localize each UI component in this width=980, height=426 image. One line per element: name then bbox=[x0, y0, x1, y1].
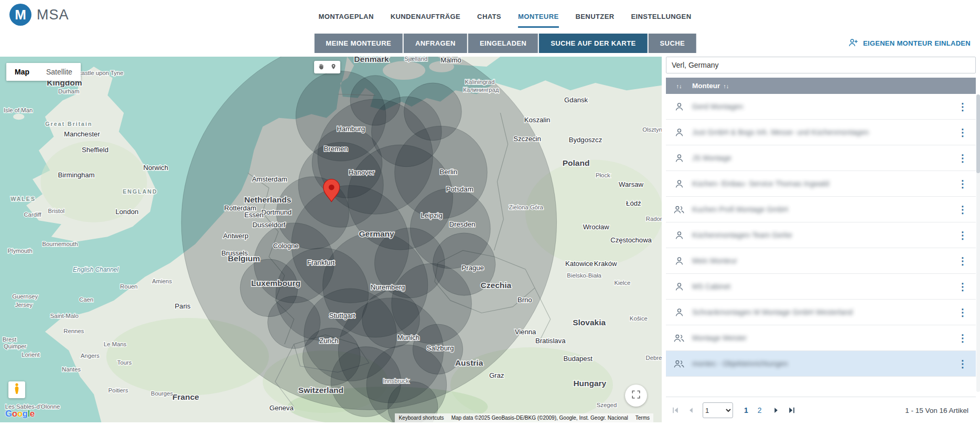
map-label-plymouth: Plymouth bbox=[8, 248, 33, 254]
monteur-row[interactable]: JS Montage⋮ bbox=[666, 145, 976, 171]
tab-anfragen[interactable]: ANFRAGEN bbox=[404, 34, 467, 53]
map-label-zielona-g-ra: Zielona Góra bbox=[509, 204, 543, 210]
map-label-wales: WALES bbox=[10, 196, 36, 202]
monteur-name: Schrankmontagen M Montage GmbH Westerlan… bbox=[692, 308, 950, 316]
map-label-szeged: Szeged bbox=[597, 402, 617, 408]
terms-link[interactable]: Terms bbox=[632, 413, 653, 422]
map-label-amsterdam: Amsterdam bbox=[252, 175, 287, 183]
row-menu-button[interactable]: ⋮ bbox=[950, 256, 976, 266]
nav-item-kundenauftr-ge[interactable]: KUNDENAUFTRÄGE bbox=[391, 2, 460, 28]
nav-item-benutzer[interactable]: BENUTZER bbox=[576, 2, 615, 28]
pin-icon bbox=[330, 63, 337, 72]
row-menu-button[interactable]: ⋮ bbox=[950, 282, 976, 292]
monteur-row[interactable]: Just GmbH & Bogs Inh. Messe- und Küchenm… bbox=[666, 120, 976, 145]
person-icon bbox=[666, 179, 692, 189]
pegman-control[interactable] bbox=[8, 381, 25, 398]
monteur-column-label: Monteur bbox=[692, 82, 720, 90]
list-scrollbar[interactable] bbox=[976, 94, 980, 392]
monteur-row[interactable]: MS Cabinet⋮ bbox=[666, 274, 976, 300]
map[interactable]: DenmarkKingdomNetherlandsBelgiumGermanyL… bbox=[0, 57, 662, 422]
row-menu-button[interactable]: ⋮ bbox=[950, 333, 976, 343]
hand-icon bbox=[317, 63, 325, 72]
person-icon bbox=[666, 153, 692, 163]
row-menu-button[interactable]: ⋮ bbox=[950, 102, 976, 112]
first-page-button[interactable] bbox=[669, 404, 681, 416]
location-search-input[interactable] bbox=[666, 57, 976, 73]
map-view-button[interactable]: Map bbox=[6, 63, 38, 81]
map-label-dresden: Dresden bbox=[449, 220, 476, 228]
monteur-column-header[interactable]: Monteur↑↓ bbox=[692, 82, 950, 90]
tab-bar: MEINE MONTEUREANFRAGENEINGELADENSUCHE AU… bbox=[0, 29, 980, 57]
fullscreen-button[interactable] bbox=[625, 385, 647, 407]
page-select[interactable]: 1 bbox=[703, 402, 733, 418]
monteur-row[interactable]: Kuchen Profi Montage GmbH⋮ bbox=[666, 197, 976, 222]
map-label-graz: Graz bbox=[489, 371, 504, 379]
monteur-row[interactable]: Küchenmontagen-Team Gerke⋮ bbox=[666, 222, 976, 248]
map-label-austria: Austria bbox=[455, 358, 483, 367]
next-page-button[interactable] bbox=[771, 404, 782, 416]
pan-tool-button[interactable] bbox=[315, 62, 327, 72]
prev-page-button[interactable] bbox=[685, 404, 696, 416]
row-menu-button[interactable]: ⋮ bbox=[950, 127, 976, 137]
monteur-name: Mein Monteur bbox=[692, 257, 950, 265]
person-icon bbox=[666, 307, 692, 317]
satellite-view-button[interactable]: Satellite bbox=[38, 63, 81, 81]
map-label-olsztyn: Olsztyn bbox=[642, 126, 662, 133]
map-label-wroc-aw: Wrocław bbox=[583, 223, 610, 231]
map-label-cz-stochowa: Częstochowa bbox=[610, 236, 652, 244]
page-2-button[interactable]: 2 bbox=[753, 404, 767, 417]
monteur-name: Kuchen Profi Montage GmbH bbox=[692, 205, 950, 214]
last-page-button[interactable] bbox=[786, 404, 798, 416]
pagination: 1 12 1 - 15 Von 16 Artikel bbox=[666, 397, 976, 422]
marker-tool-button[interactable] bbox=[328, 62, 339, 72]
map-label-czechia: Czechia bbox=[481, 281, 512, 290]
map-label-geneva: Geneva bbox=[270, 404, 294, 412]
map-label-bydgoszcz: Bydgoszcz bbox=[569, 136, 602, 144]
tab-suche[interactable]: SUCHE bbox=[649, 34, 697, 53]
tab-meine-monteure[interactable]: MEINE MONTEURE bbox=[314, 34, 403, 53]
monteur-row[interactable]: Schrankmontagen M Montage GmbH Westerlan… bbox=[666, 300, 976, 325]
row-menu-button[interactable]: ⋮ bbox=[950, 205, 976, 215]
nav-item-einstellungen[interactable]: EINSTELLUNGEN bbox=[631, 2, 691, 28]
nav-item-montageplan[interactable]: MONTAGEPLAN bbox=[318, 2, 373, 28]
invite-monteur-link[interactable]: EIGENEN MONTEUR EINLADEN bbox=[848, 38, 971, 48]
monteur-name: Montage Meister bbox=[692, 334, 950, 342]
map-label-england: ENGLAND bbox=[123, 188, 157, 195]
map-label-bournemouth: Bournemouth bbox=[42, 241, 78, 247]
nav-item-monteure[interactable]: MONTEURE bbox=[518, 2, 559, 28]
brand-name: MSA bbox=[37, 7, 69, 23]
keyboard-shortcuts-link[interactable]: Keyboard shortcuts bbox=[395, 413, 447, 422]
row-menu-button[interactable]: ⋮ bbox=[950, 230, 976, 240]
map-label-dortmund: Dortmund bbox=[261, 208, 292, 216]
monteur-row[interactable]: montec - Objekteinrichtungen⋮ bbox=[666, 351, 976, 377]
map-label-le-mans: Le Mans bbox=[104, 341, 127, 347]
map-label-slovakia: Slovakia bbox=[573, 318, 606, 327]
monteur-row[interactable]: Küchen- Einbau- Service Thomas Ingwald⋮ bbox=[666, 171, 976, 197]
monteur-row[interactable]: Mein Monteur⋮ bbox=[666, 248, 976, 274]
tab-suche-auf-der-karte[interactable]: SUCHE AUF DER KARTE bbox=[539, 34, 647, 53]
msa-logo[interactable]: M bbox=[9, 4, 31, 26]
map-label-lorient: Lorient bbox=[21, 352, 40, 358]
scrollbar-thumb[interactable] bbox=[976, 94, 980, 173]
nav-item-chats[interactable]: CHATS bbox=[477, 2, 501, 28]
row-menu-button[interactable]: ⋮ bbox=[950, 307, 976, 317]
map-label-germany: Germany bbox=[359, 229, 394, 238]
monteur-row[interactable]: Montage Meister⋮ bbox=[666, 325, 976, 351]
row-menu-button[interactable]: ⋮ bbox=[950, 179, 976, 189]
tab-eingeladen[interactable]: EINGELADEN bbox=[468, 34, 538, 53]
monteur-list: Gerd Montagen⋮Just GmbH & Bogs Inh. Mess… bbox=[666, 94, 976, 377]
map-label-brest: Brest bbox=[3, 336, 17, 343]
google-map-canvas[interactable]: DenmarkKingdomNetherlandsBelgiumGermanyL… bbox=[0, 57, 662, 422]
map-label-caen: Caen bbox=[79, 296, 93, 303]
page-1-button[interactable]: 1 bbox=[739, 404, 753, 417]
row-menu-button[interactable]: ⋮ bbox=[950, 153, 976, 163]
google-logo[interactable]: Google bbox=[5, 409, 35, 419]
map-label-antwerp: Antwerp bbox=[223, 232, 249, 240]
map-label-zurich: Zurich bbox=[319, 337, 338, 345]
map-attribution: Keyboard shortcuts Map data ©2025 GeoBas… bbox=[395, 413, 653, 422]
sort-toggle[interactable]: ↑↓ bbox=[666, 83, 692, 89]
monteur-row[interactable]: Gerd Montagen⋮ bbox=[666, 94, 976, 120]
map-label-tours: Tours bbox=[117, 359, 132, 366]
top-bar: M MSA MONTAGEPLANKUNDENAUFTRÄGECHATSMONT… bbox=[0, 0, 980, 29]
row-menu-button[interactable]: ⋮ bbox=[950, 359, 976, 369]
